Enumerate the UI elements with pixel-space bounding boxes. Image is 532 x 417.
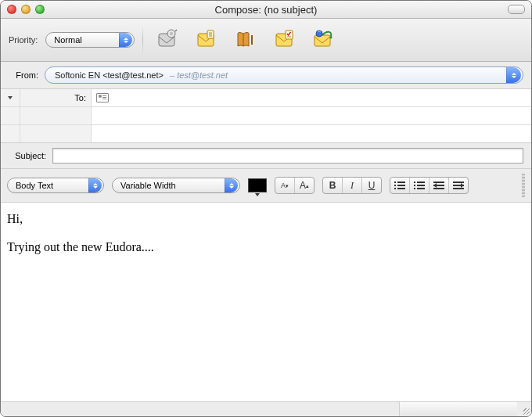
recipient-label — [20, 125, 92, 142]
spellcheck-icon[interactable] — [268, 26, 300, 54]
subject-label: Subject: — [9, 151, 46, 160]
attach-icon[interactable] — [151, 26, 182, 54]
message-body[interactable]: Hi, Trying out the new Eudora.... — [1, 203, 531, 400]
titlebar: Compose: (no subject) — [1, 1, 531, 19]
number-list-button[interactable] — [410, 178, 430, 193]
outdent-icon — [433, 181, 444, 190]
indent-icon — [453, 181, 464, 190]
font-family-popup[interactable]: Variable Width — [112, 178, 240, 193]
window-title: Compose: (no subject) — [1, 4, 531, 16]
send-icon[interactable] — [307, 26, 339, 54]
main-toolbar: Priority: Normal — [1, 19, 531, 62]
status-slot — [399, 402, 517, 416]
chevron-down-icon: ▾ — [286, 183, 289, 189]
decrease-font-button[interactable]: A ▾ — [275, 178, 295, 193]
recipient-field[interactable] — [92, 107, 531, 124]
chevron-updown-icon — [119, 33, 132, 47]
from-account-popup[interactable]: Softonic EN <test@test.net> – test@test.… — [45, 67, 523, 84]
recipient-label: To: — [20, 89, 92, 106]
recipient-type-menu[interactable] — [1, 107, 20, 124]
font-size-group: A ▾ A ▴ — [275, 177, 315, 194]
recipient-row — [1, 107, 531, 125]
recipient-label — [20, 107, 92, 124]
quote-icon[interactable] — [190, 26, 221, 54]
bullet-list-button[interactable] — [390, 178, 410, 193]
priority-label: Priority: — [9, 35, 38, 45]
underline-button[interactable]: U — [362, 178, 381, 193]
resize-grip[interactable] — [517, 402, 531, 416]
recipient-row: To: — [1, 89, 531, 107]
recipient-type-menu[interactable] — [1, 89, 20, 106]
zoom-window-button[interactable] — [35, 5, 45, 14]
number-list-icon — [414, 181, 425, 190]
minimize-window-button[interactable] — [21, 5, 31, 14]
outdent-button[interactable] — [430, 178, 449, 193]
svg-rect-11 — [315, 35, 330, 46]
recipient-type-menu[interactable] — [1, 125, 20, 142]
bold-button[interactable]: B — [323, 178, 343, 193]
indent-button[interactable] — [449, 178, 468, 193]
from-account-text: Softonic EN <test@test.net> — [55, 70, 164, 80]
paragraph-style-value: Body Text — [16, 181, 88, 190]
subject-row: Subject: — [1, 143, 531, 169]
contact-card-icon — [96, 93, 109, 102]
increase-font-button[interactable]: A ▴ — [295, 178, 314, 193]
from-label: From: — [9, 70, 38, 80]
chevron-updown-icon — [506, 67, 521, 83]
priority-value: Normal — [54, 35, 119, 45]
text-style-group: B I U — [322, 177, 382, 194]
chevron-updown-icon — [225, 178, 238, 192]
body-line: Trying out the new Eudora.... — [7, 239, 525, 256]
address-book-icon[interactable] — [229, 26, 261, 54]
priority-popup[interactable]: Normal — [45, 32, 135, 48]
text-color-picker[interactable] — [248, 178, 267, 192]
from-row: From: Softonic EN <test@test.net> – test… — [1, 62, 531, 89]
toolbar-separator — [142, 26, 143, 54]
body-line: Hi, — [7, 210, 525, 228]
svg-point-2 — [170, 32, 173, 35]
from-account-dim: – test@test.net — [170, 70, 228, 80]
recipients-grid: To: — [1, 89, 531, 143]
italic-button[interactable]: I — [343, 178, 362, 193]
paragraph-style-popup[interactable]: Body Text — [7, 178, 104, 193]
list-indent-group — [390, 177, 469, 194]
recipient-row — [1, 125, 531, 142]
chevron-up-icon: ▴ — [306, 183, 309, 189]
close-window-button[interactable] — [7, 5, 16, 14]
font-family-value: Variable Width — [120, 181, 225, 190]
chevron-updown-icon — [88, 178, 102, 192]
chevron-down-icon — [8, 96, 13, 99]
recipient-field[interactable] — [92, 89, 531, 106]
bullet-list-icon — [394, 181, 405, 190]
subject-input[interactable] — [52, 148, 523, 164]
toolbar-pill-button[interactable] — [508, 5, 525, 14]
toolbar-overflow-icon[interactable] — [522, 174, 525, 197]
recipient-field[interactable] — [92, 125, 531, 142]
format-toolbar: Body Text Variable Width A ▾ A ▴ B I U — [1, 169, 531, 203]
status-bar — [1, 401, 531, 416]
